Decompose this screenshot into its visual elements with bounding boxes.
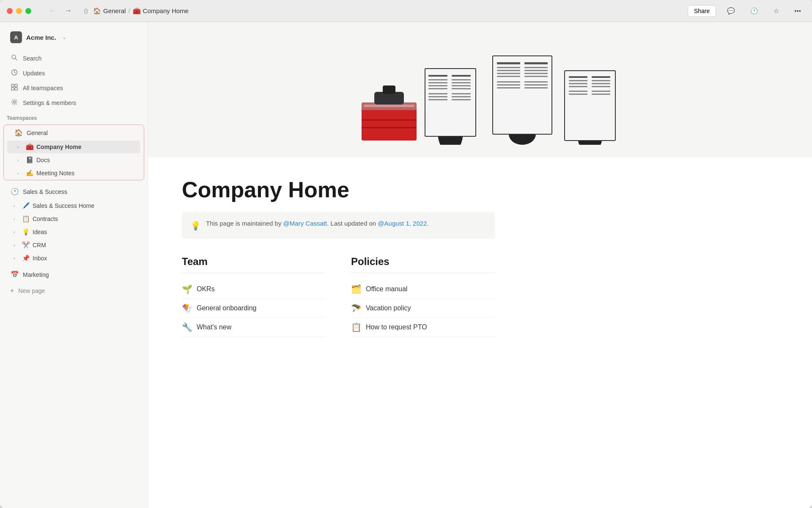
- search-label: Search: [23, 55, 41, 62]
- vacation-policy-label: Vacation policy: [366, 304, 411, 312]
- banner-illustration: [336, 35, 624, 145]
- tree-item-company-home[interactable]: › 🧰 Company Home: [7, 141, 140, 153]
- comment-button[interactable]: 💬: [723, 6, 739, 17]
- tree-item-ideas[interactable]: › 💡 Ideas: [3, 226, 144, 238]
- ideas-tree-icon: 💡: [22, 228, 30, 236]
- svg-rect-42: [524, 70, 548, 71]
- svg-rect-43: [524, 73, 548, 74]
- page-title: Company Home: [182, 178, 495, 202]
- svg-rect-28: [428, 96, 447, 97]
- chevron-ideas-icon: ›: [14, 230, 19, 235]
- svg-rect-39: [497, 76, 520, 77]
- tree-item-docs[interactable]: › 📓 Docs: [7, 154, 140, 166]
- search-icon: [10, 54, 19, 62]
- teamspace-general: 🏠 General › 🧰 Company Home › 📓 Docs › ✍️…: [3, 124, 144, 180]
- tree-item-meeting-notes[interactable]: › ✍️ Meeting Notes: [7, 167, 140, 179]
- svg-rect-37: [497, 70, 520, 71]
- team-link-okrs[interactable]: 🌱 OKRs: [182, 280, 326, 299]
- sidebar-item-all-teamspaces[interactable]: All teamspaces: [3, 81, 144, 95]
- tree-item-inbox[interactable]: › 📌 Inbox: [3, 252, 144, 265]
- minimize-button[interactable]: [16, 8, 22, 14]
- history-button[interactable]: 🕐: [746, 6, 763, 17]
- favorite-button[interactable]: ☆: [769, 6, 783, 17]
- team-column: Team 🌱 OKRs 🪁 General onboarding 🔧 What'…: [182, 256, 326, 337]
- workspace-chevron-icon: ⌄: [62, 34, 66, 40]
- svg-rect-16: [425, 69, 476, 136]
- crm-tree-label: CRM: [33, 242, 141, 248]
- svg-rect-63: [592, 91, 610, 92]
- share-button[interactable]: Share: [688, 5, 716, 17]
- collapse-sidebar-button[interactable]: ⟨⟩: [84, 8, 88, 14]
- contracts-tree-icon: 📋: [22, 215, 30, 223]
- svg-point-0: [12, 55, 16, 59]
- policies-column-title: Policies: [351, 256, 495, 273]
- marketing-teamspace-label: Marketing: [23, 271, 49, 278]
- teamspace-general-header[interactable]: 🏠 General: [7, 125, 140, 140]
- office-manual-label: Office manual: [366, 285, 407, 293]
- policies-column: Policies 🗂️ Office manual 🪂 Vacation pol…: [351, 256, 495, 337]
- svg-rect-29: [428, 99, 447, 100]
- team-link-whats-new[interactable]: 🔧 What's new: [182, 318, 326, 337]
- policy-link-pto[interactable]: 📋 How to request PTO: [351, 318, 495, 337]
- svg-rect-20: [428, 85, 447, 86]
- chevron-company-home-icon: ›: [17, 145, 23, 149]
- breadcrumb-company-home[interactable]: 🧰 Company Home: [133, 7, 189, 15]
- sidebar-item-settings[interactable]: Settings & members: [3, 96, 144, 110]
- teamspace-sales-success: 🕐 Sales & Success › 🖊️ Sales & Success H…: [0, 184, 148, 265]
- breadcrumb-general[interactable]: 🏠 General: [93, 7, 126, 15]
- teamspace-marketing: 📅 Marketing: [0, 267, 148, 282]
- new-page-button[interactable]: + New page: [3, 284, 144, 298]
- meeting-notes-tree-label: Meeting Notes: [36, 170, 137, 177]
- teamspaces-section-label: Teamspaces: [0, 110, 148, 123]
- tree-item-crm[interactable]: › ✂️ CRM: [3, 239, 144, 251]
- svg-rect-5: [11, 88, 14, 90]
- svg-rect-3: [11, 84, 14, 87]
- svg-rect-60: [592, 86, 610, 87]
- page-banner: [148, 22, 812, 157]
- tree-item-sales-home[interactable]: › 🖊️ Sales & Success Home: [3, 199, 144, 212]
- svg-point-7: [14, 101, 16, 103]
- svg-rect-12: [383, 86, 395, 94]
- close-button[interactable]: [7, 8, 13, 14]
- teamspace-marketing-header[interactable]: 📅 Marketing: [3, 267, 144, 282]
- tree-item-contracts[interactable]: › 📋 Contracts: [3, 213, 144, 225]
- maximize-button[interactable]: [25, 8, 31, 14]
- svg-rect-50: [524, 87, 548, 88]
- svg-rect-31: [452, 96, 471, 97]
- team-link-onboarding[interactable]: 🪁 General onboarding: [182, 299, 326, 318]
- titlebar-actions: Share 💬 🕐 ☆ •••: [688, 5, 805, 17]
- svg-rect-55: [569, 83, 587, 84]
- svg-rect-38: [497, 73, 520, 74]
- svg-rect-47: [497, 87, 520, 88]
- forward-button[interactable]: →: [61, 5, 75, 17]
- chevron-crm-icon: ›: [14, 243, 19, 248]
- company-home-tree-icon: 🧰: [26, 143, 34, 151]
- teamspace-sales-header[interactable]: 🕐 Sales & Success: [3, 184, 144, 199]
- chevron-contracts-icon: ›: [14, 217, 19, 221]
- back-button[interactable]: ←: [45, 5, 59, 17]
- svg-rect-14: [362, 127, 417, 128]
- policy-link-office-manual[interactable]: 🗂️ Office manual: [351, 280, 495, 299]
- sidebar-item-search[interactable]: Search: [3, 51, 144, 65]
- svg-rect-54: [569, 80, 587, 81]
- main-content: Company Home 💡 This page is maintained b…: [148, 22, 812, 508]
- sidebar-item-updates[interactable]: Updates: [3, 66, 144, 80]
- workspace-avatar: A: [10, 31, 22, 43]
- docs-tree-icon: 📓: [26, 156, 34, 164]
- policy-link-vacation[interactable]: 🪂 Vacation policy: [351, 299, 495, 318]
- svg-rect-24: [452, 82, 471, 83]
- more-options-button[interactable]: •••: [790, 6, 805, 16]
- app-window: ← → ⟨⟩ 🏠 General / 🧰 Company Home Share …: [0, 0, 812, 508]
- navigation-buttons: ← →: [45, 5, 75, 17]
- notice-date-link[interactable]: @August 1, 2022: [378, 220, 427, 227]
- onboarding-label: General onboarding: [197, 304, 256, 312]
- notice-author-link[interactable]: @Mary Cassatt: [283, 220, 327, 227]
- general-home-icon: 🏠: [93, 7, 101, 15]
- workspace-header[interactable]: A Acme Inc. ⌄: [3, 25, 144, 49]
- general-teamspace-label: General: [27, 130, 48, 136]
- svg-rect-32: [452, 99, 471, 100]
- breadcrumb: 🏠 General / 🧰 Company Home: [93, 7, 189, 15]
- notice-text: This page is maintained by @Mary Cassatt…: [206, 219, 429, 229]
- crm-tree-icon: ✂️: [22, 241, 30, 249]
- page-columns: Team 🌱 OKRs 🪁 General onboarding 🔧 What'…: [182, 256, 495, 337]
